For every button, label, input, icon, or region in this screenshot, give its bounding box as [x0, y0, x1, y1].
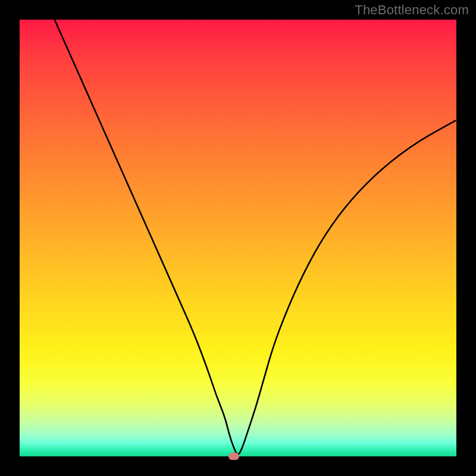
bottleneck-curve-svg [20, 20, 456, 456]
chart-frame: TheBottleneck.com [0, 0, 476, 476]
target-point-marker [228, 453, 239, 460]
watermark-text: TheBottleneck.com [355, 2, 469, 18]
bottleneck-curve-path [55, 20, 456, 454]
